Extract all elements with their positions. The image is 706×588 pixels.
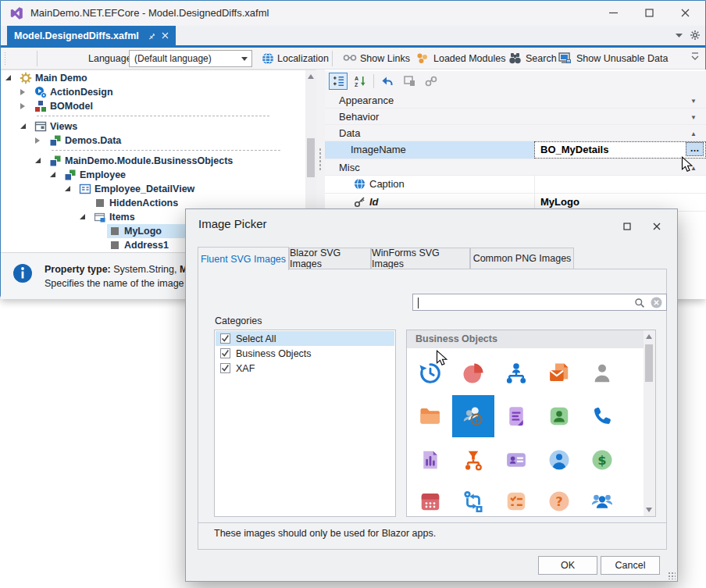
funnel-hierarchy-icon [462,448,485,472]
checkbox[interactable] [220,348,230,358]
scroll-up-icon[interactable] [308,74,314,79]
tab-close-icon[interactable] [162,32,169,39]
search-input[interactable] [412,294,667,311]
gallery-item-report-icon[interactable] [409,439,451,481]
checkbox[interactable] [220,363,230,373]
toolbar-button-loaded-modules[interactable]: Loaded Modules [433,53,505,64]
gallery-item-pie-chart-icon[interactable] [452,352,494,394]
categorized-view-icon[interactable] [329,73,348,90]
gallery-item-notes-icon[interactable] [495,395,537,437]
property-value-cell[interactable] [534,176,706,193]
gallery-item-dollar-badge-icon[interactable]: $ [581,439,623,481]
tab-common-png-images[interactable]: Common PNG Images [470,248,574,269]
ok-button[interactable]: OK [538,556,597,575]
tree-item-employee-detailview[interactable]: Employee_DetailView [1,182,316,196]
expander-closed-icon[interactable] [20,89,25,95]
tree-item-maindemo-module-businessobjects[interactable]: MainDemo.Module.BusinessObjects [1,154,316,168]
gallery-item-funnel-hierarchy-icon[interactable] [452,439,494,481]
minimize-button[interactable] [596,1,631,25]
expander-closed-icon[interactable] [35,137,40,144]
sort-alphabetical-icon[interactable]: AZ [351,73,369,90]
gallery-item-checklist-icon[interactable] [495,480,537,517]
clear-search-icon[interactable] [651,297,662,308]
gallery-item-question-badge-icon[interactable]: ? [538,480,580,517]
loaded-modules-icon[interactable] [416,52,428,64]
gallery-item-person-circle-icon[interactable] [538,439,580,481]
tree-item-bomodel[interactable]: BOModel [1,99,316,113]
toolbar-overflow-icon[interactable] [691,52,699,63]
gallery-item-phone-icon[interactable] [581,395,623,437]
gallery-scrollbar-thumb[interactable] [645,344,653,382]
gallery-item-mail-document-icon[interactable] [538,352,580,394]
link-icon[interactable] [422,73,440,90]
tab-list-chevron-icon[interactable] [676,33,683,38]
checkbox[interactable] [220,333,230,344]
gallery-scrollbar[interactable] [644,330,655,516]
gallery-item-id-card-icon[interactable] [495,439,537,481]
expander-open-icon[interactable] [65,186,70,191]
category-row-appearance[interactable]: Appearance▼ [325,92,706,109]
property-value-cell[interactable]: BO_MyDetails… [534,141,706,159]
expander-open-icon[interactable] [50,172,55,177]
dialog-resize-grip[interactable] [668,572,676,579]
property-name-cell[interactable]: Caption [325,176,534,193]
category-item-select-all[interactable]: Select All [216,331,394,346]
property-pages-icon[interactable] [400,73,419,90]
expander-open-icon[interactable] [20,123,26,129]
expander-open-icon[interactable] [80,214,85,219]
expand-chevron-icon[interactable]: ▼ [690,98,697,105]
category-item-business-objects[interactable]: Business Objects [216,346,394,361]
category-row-misc[interactable]: Misc▲ [325,159,706,176]
gallery-item-workflow-icon[interactable] [452,480,494,517]
tree-item-views[interactable]: Views [1,119,316,134]
gallery-item-employee-hierarchy-icon[interactable] [495,352,537,394]
maximize-button[interactable] [632,1,667,25]
close-button[interactable] [668,1,703,25]
category-row-behavior[interactable]: Behavior▼ [325,109,706,125]
cancel-button[interactable]: Cancel [601,556,660,575]
expander-open-icon[interactable] [35,158,41,163]
tab-winforms-svg-images[interactable]: WinForms SVG Images [371,248,470,269]
scroll-down-icon[interactable] [646,508,652,512]
tree-item-actiondesign[interactable]: ActionDesign [1,85,316,99]
tab-blazor-svg-images[interactable]: Blazor SVG Images [289,248,371,269]
property-row-caption[interactable]: Caption [325,176,706,194]
dialog-close-button[interactable] [646,218,668,234]
gallery-item-contact-gray-icon[interactable] [581,352,623,394]
gallery-item-customer-info-icon[interactable] [452,395,494,437]
toolbar-button-localization[interactable]: Localization [277,53,329,64]
options-gear-icon[interactable] [690,30,701,41]
category-item-xaf[interactable]: XAF [216,361,394,376]
category-row-data[interactable]: Data▲ [325,125,706,141]
expander-closed-icon[interactable] [20,103,25,109]
property-name-cell[interactable]: ImageName [325,141,534,159]
scroll-up-icon[interactable] [646,334,652,339]
tab-fluent-svg-images[interactable]: Fluent SVG Images [198,247,289,270]
ellipsis-button[interactable]: … [686,142,704,156]
tree-scrollbar-thumb[interactable] [307,138,315,177]
expander-open-icon[interactable] [5,75,11,80]
gallery-item-history-icon[interactable] [409,352,451,394]
collapse-chevron-icon[interactable]: ▲ [690,165,697,172]
expand-chevron-icon[interactable]: ▼ [690,114,697,121]
gallery-item-folder-icon[interactable] [409,395,451,437]
show-links-icon[interactable] [343,52,357,63]
gallery-item-employee-badge-icon[interactable] [538,395,580,437]
localization-globe-icon[interactable] [262,52,274,65]
toolbar-button-search[interactable]: Search [526,53,557,64]
collapse-chevron-icon[interactable]: ▲ [690,130,697,137]
tree-item-main-demo[interactable]: Main Demo [1,71,316,85]
toolbar-button-show-links[interactable]: Show Links [360,53,410,64]
gallery-item-team-icon[interactable] [581,480,623,517]
dialog-maximize-button[interactable] [616,218,638,234]
tree-item-employee[interactable]: Employee [1,168,316,182]
tree-item-demos-data[interactable]: Demos.Data [1,134,316,148]
toolbar-button-show-unusable-data[interactable]: Show Unusable Data [576,53,668,64]
pin-icon[interactable] [146,31,155,40]
show-unusable-data-icon[interactable] [558,52,572,64]
property-row-imagename[interactable]: ImageNameBO_MyDetails… [325,141,706,159]
undo-icon[interactable] [378,73,397,90]
search-binoculars-icon[interactable] [508,52,522,64]
gallery-item-calendar-icon[interactable] [409,480,451,517]
document-tab[interactable]: Model.DesignedDiffs.xafml [7,26,176,45]
